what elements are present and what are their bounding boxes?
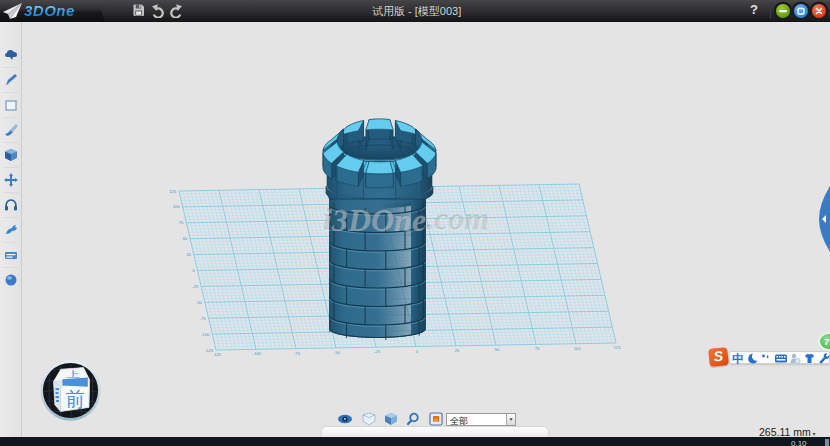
svg-text:75: 75 — [535, 346, 540, 351]
svg-text:100: 100 — [173, 204, 181, 209]
svg-text:-25: -25 — [374, 349, 381, 354]
svg-text:0: 0 — [192, 268, 195, 273]
svg-text:-125: -125 — [213, 352, 222, 357]
svg-text:-75: -75 — [200, 316, 207, 321]
svg-text:0: 0 — [416, 349, 419, 354]
svg-text:50: 50 — [495, 347, 500, 352]
svg-text:50: 50 — [182, 236, 187, 241]
svg-text:25: 25 — [186, 252, 191, 257]
svg-text:-100: -100 — [253, 351, 262, 356]
svg-text:-25: -25 — [192, 284, 199, 289]
svg-text:中: 中 — [732, 353, 744, 364]
svg-text:100: 100 — [574, 346, 582, 351]
svg-text:前: 前 — [65, 388, 84, 410]
svg-text:-50: -50 — [334, 350, 341, 355]
svg-text:25: 25 — [455, 348, 460, 353]
svg-text:-100: -100 — [201, 332, 210, 337]
svg-text:上: 上 — [66, 369, 80, 379]
svg-text:75: 75 — [179, 220, 184, 225]
svg-text:125: 125 — [614, 345, 622, 350]
svg-text:125: 125 — [169, 189, 177, 194]
svg-text:-75: -75 — [294, 351, 301, 356]
svg-text:-50: -50 — [196, 300, 203, 305]
